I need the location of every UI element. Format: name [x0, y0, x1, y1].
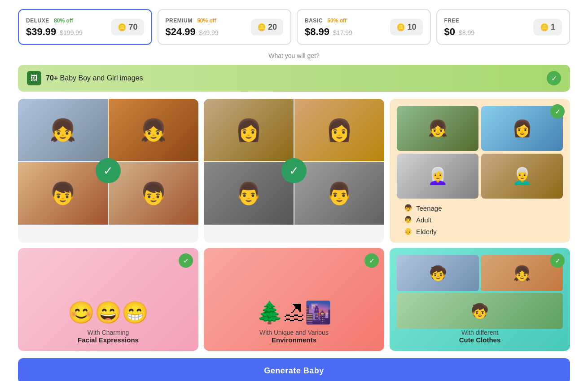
plan-basic-discount: 50% off — [327, 18, 347, 24]
adult-photo-2: 👩 — [294, 99, 384, 161]
adult-photo-1: 👩 — [204, 99, 294, 161]
plan-deluxe-discount: 80% off — [54, 18, 73, 24]
children-check-icon: ✓ — [96, 158, 121, 183]
banner-check-icon: ✓ — [547, 71, 561, 85]
age-label-elderly: 👴 Elderly — [404, 227, 556, 235]
plan-free-original: $8.99 — [459, 29, 474, 36]
plan-deluxe-price: $39.99 — [26, 26, 56, 38]
plan-premium-discount: 50% off — [197, 18, 216, 24]
adult-photo-4: 👨 — [294, 162, 384, 225]
age-photos-grid: 👧 👩 👩‍🦳 👨‍🦳 — [397, 106, 563, 199]
adults-mosaic: 👩 👩 👨 👨 ✓ — [204, 99, 384, 243]
elderly-emoji: 👴 — [404, 227, 412, 235]
facial-label: With Charming Facial Expressions — [25, 329, 191, 344]
age-card-check: ✓ — [550, 104, 565, 119]
child-photo-3: 👦 — [18, 162, 108, 225]
coin-icon-4: 🪙 — [540, 23, 549, 31]
child-photo-4: 👦 — [109, 162, 198, 225]
age-categories-card: ✓ 👧 👩 👩‍🦳 👨‍🦳 👦 Teenage 👨 Adult — [390, 99, 570, 243]
plan-basic-original: $17.99 — [333, 29, 352, 36]
elderly-label: Elderly — [416, 228, 437, 235]
coin-icon-2: 🪙 — [257, 23, 266, 31]
image-icon: 🖼 — [27, 71, 41, 85]
environments-check: ✓ — [364, 253, 379, 268]
adults-check-icon: ✓ — [281, 158, 307, 183]
elder-photo-1: 👩‍🦳 — [397, 154, 478, 199]
section-subtitle: What you will get? — [18, 52, 570, 59]
teenage-label: Teenage — [416, 204, 442, 212]
facial-check: ✓ — [179, 253, 193, 268]
feature-banner: 🖼 70+ Baby Boy and Girl images ✓ — [18, 65, 570, 92]
plan-deluxe-tokens: 🪙 70 — [111, 19, 144, 35]
generate-button[interactable]: Generate Baby — [18, 358, 570, 381]
main-image-grid: 👧 👧 👦 👦 ✓ 👩 👩 👨 — [18, 99, 570, 243]
age-label-adult: 👨 Adult — [404, 216, 556, 224]
plan-premium-price: $24.99 — [166, 26, 196, 38]
teen-photo-1: 👧 — [397, 106, 478, 151]
plan-free-info: FREE $0 $8.99 — [444, 16, 475, 38]
plan-basic-info: BASIC 50% off $8.99 $17.99 — [305, 16, 352, 38]
plan-deluxe-name: DELUXE — [26, 18, 49, 24]
clothes-label: With different Cute Clothes — [397, 329, 563, 344]
coin-icon-3: 🪙 — [396, 23, 405, 31]
child-photo-2: 👧 — [109, 99, 198, 161]
plan-premium-original: $49.99 — [199, 29, 219, 36]
coin-icon: 🪙 — [118, 23, 127, 31]
environments-card: ✓ 🌲🏖🌆 With Unique and Various Environmen… — [204, 248, 384, 351]
cute-clothes-card: ✓ 🧒 👧 🧒 With different Cute Clothes — [390, 248, 570, 351]
plan-free-name: FREE — [444, 18, 460, 24]
plan-basic-tokens: 🪙 10 — [390, 19, 422, 35]
banner-text: 70+ Baby Boy and Girl images — [46, 74, 143, 82]
elder-photo-2: 👨‍🦳 — [481, 154, 563, 199]
child-photo-1: 👧 — [18, 99, 108, 161]
plan-premium-tokens: 🪙 20 — [251, 19, 283, 35]
plan-premium-info: PREMIUM 50% off $24.99 $49.99 — [166, 16, 219, 38]
plan-deluxe-original: $199.99 — [60, 29, 83, 36]
environments-emoji: 🌲🏖🌆 — [211, 300, 377, 325]
plan-basic[interactable]: BASIC 50% off $8.99 $17.99 🪙 10 — [297, 9, 431, 45]
clothes-photos: 🧒 👧 🧒 — [397, 255, 563, 329]
age-label-list: 👦 Teenage 👨 Adult 👴 Elderly — [397, 204, 563, 235]
facial-expressions-card: ✓ 😊😄😁 With Charming Facial Expressions — [18, 248, 198, 351]
clothes-photo-1: 🧒 — [397, 255, 479, 291]
plan-free[interactable]: FREE $0 $8.99 🪙 1 — [436, 9, 570, 45]
children-mosaic: 👧 👧 👦 👦 ✓ — [18, 99, 198, 243]
plan-deluxe-info: DELUXE 80% off $39.99 $199.99 — [26, 16, 83, 38]
facial-emoji: 😊😄😁 — [25, 300, 191, 325]
feature-cards-row: ✓ 😊😄😁 With Charming Facial Expressions ✓… — [18, 248, 570, 351]
plan-premium[interactable]: PREMIUM 50% off $24.99 $49.99 🪙 20 — [158, 9, 292, 45]
plan-free-price: $0 — [444, 26, 455, 38]
environments-label: With Unique and Various Environments — [211, 329, 377, 344]
adult-photo-3: 👨 — [204, 162, 294, 225]
plan-premium-name: PREMIUM — [166, 18, 193, 24]
clothes-check: ✓ — [550, 253, 565, 268]
plan-free-tokens: 🪙 1 — [533, 19, 562, 35]
adult-label: Adult — [416, 216, 431, 224]
plan-deluxe[interactable]: DELUXE 80% off $39.99 $199.99 🪙 70 — [18, 9, 152, 45]
teenage-emoji: 👦 — [404, 204, 412, 212]
plan-basic-name: BASIC — [305, 18, 323, 24]
adult-emoji: 👨 — [404, 216, 412, 224]
plan-basic-price: $8.99 — [305, 26, 329, 38]
clothes-photo-3: 🧒 — [397, 293, 563, 329]
age-label-teenage: 👦 Teenage — [404, 204, 556, 212]
pricing-row: DELUXE 80% off $39.99 $199.99 🪙 70 PREMI… — [18, 9, 570, 45]
